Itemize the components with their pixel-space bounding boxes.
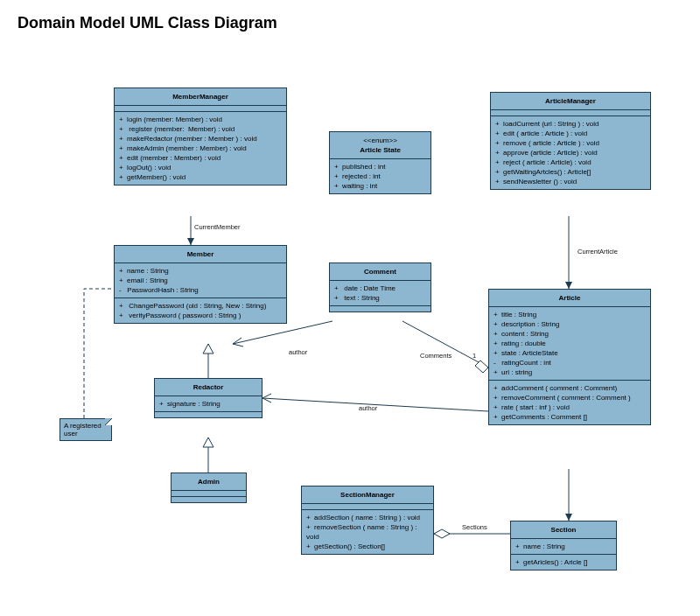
svg-line-9	[402, 321, 488, 368]
class-name: Article	[489, 290, 650, 307]
class-attrs: + name : String	[515, 542, 612, 551]
class-name: SectionManager	[302, 486, 433, 504]
class-name: Comment	[330, 263, 430, 281]
class-name: ArticleManager	[491, 93, 650, 110]
class-ops: + addComment ( comment : Comment) + remo…	[494, 383, 646, 422]
class-member: Member + name : String + email : String …	[114, 245, 287, 324]
svg-marker-3	[203, 344, 214, 354]
svg-line-8	[233, 321, 332, 344]
class-name: MemberManager	[115, 88, 286, 106]
class-admin: Admin	[171, 472, 247, 503]
diagram-canvas: MemberManager + login (member: Member) :…	[0, 0, 700, 616]
class-attrs: + date : Date Time + text : String	[334, 284, 426, 303]
svg-marker-10	[475, 360, 488, 373]
label-comments-mult: 1	[472, 352, 476, 360]
class-comment: Comment + date : Date Time + text : Stri…	[329, 262, 431, 312]
class-member-manager: MemberManager + login (member: Member) :…	[114, 88, 287, 186]
label-author-comment: author	[289, 348, 307, 356]
class-attrs: + name : String + email : String - Passw…	[119, 266, 282, 295]
class-article: Article + title : String + description :…	[488, 289, 651, 425]
class-ops: + loadCurrent (url : String ) : void + e…	[495, 119, 646, 186]
class-ops: + addSection ( name : String ) : void + …	[306, 513, 429, 551]
svg-marker-15	[434, 529, 450, 538]
svg-marker-5	[203, 438, 214, 447]
class-name: Member	[115, 246, 286, 263]
note-registered-user: A registered user	[60, 418, 112, 441]
class-article-manager: ArticleManager + loadCurrent (url : Stri…	[490, 92, 651, 190]
svg-marker-7	[565, 282, 572, 289]
label-current-member: CurrentMember	[194, 223, 241, 231]
class-name: Redactor	[155, 379, 262, 396]
label-comments-role: Comments	[420, 352, 455, 360]
class-attrs: + published : int + rejected : int + wai…	[334, 162, 426, 191]
class-attrs: + signature : String	[159, 399, 257, 409]
label-sections-role: Sections	[462, 523, 487, 531]
class-ops: + getAricles() : Aricle []	[515, 557, 612, 567]
class-attrs: + title : String + description : String …	[494, 310, 646, 377]
class-name: <<enum>> Article State	[330, 132, 430, 159]
class-section: Section + name : String + getAricles() :…	[510, 521, 617, 570]
class-ops: + ChangePassword (old : String, New : St…	[119, 301, 282, 320]
class-redactor: Redactor + signature : String	[154, 378, 262, 418]
class-name: Section	[511, 522, 616, 539]
class-name: Admin	[172, 473, 246, 491]
label-author-redactor: author	[359, 404, 377, 412]
label-current-article: CurrentArticle	[578, 248, 618, 256]
class-article-state: <<enum>> Article State + published : int…	[329, 131, 431, 194]
class-ops: + login (member: Member) : void + regist…	[119, 115, 282, 182]
svg-marker-13	[565, 514, 572, 521]
svg-marker-1	[187, 238, 194, 245]
class-section-manager: SectionManager + addSection ( name : Str…	[301, 486, 434, 555]
